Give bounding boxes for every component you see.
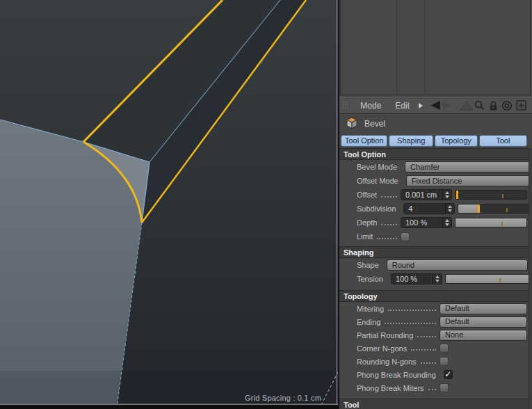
section-header-tool[interactable]: Tool xyxy=(339,399,532,409)
tension-field[interactable]: 100 % xyxy=(391,273,442,284)
mitering-dropdown[interactable]: Default xyxy=(440,303,527,314)
subdivision-slider[interactable] xyxy=(458,204,530,214)
offset-spinner[interactable] xyxy=(442,190,451,200)
depth-spinner[interactable] xyxy=(442,218,451,227)
tab-topology[interactable]: Topology xyxy=(435,135,478,147)
param-row-tension: Tension 100 % xyxy=(339,272,532,286)
attribute-content: Tool Option Bevel Mode Chamfer Offset Mo… xyxy=(339,148,532,409)
tab-tool[interactable]: Tool xyxy=(479,135,527,147)
bevel-mode-dropdown[interactable]: Chamfer xyxy=(405,161,531,173)
tension-spinner[interactable] xyxy=(433,274,442,284)
tab-tool-option[interactable]: Tool Option xyxy=(341,135,387,147)
param-row-phong-break-miters: Phong Break Miters xyxy=(339,381,532,394)
param-row-phong-break-rounding: Phong Break Rounding ✓ xyxy=(339,368,532,381)
search-icon[interactable] xyxy=(474,100,485,111)
group-topology: Mitering Default Ending Default Partial … xyxy=(339,302,532,394)
section-header-topology[interactable]: Topology xyxy=(339,290,532,302)
param-row-ending: Ending Default xyxy=(339,315,532,328)
partial-rounding-dropdown[interactable]: None xyxy=(440,330,527,341)
focus-target-icon[interactable] xyxy=(501,100,513,111)
cinema4d-window: Grid Spacing : 0.1 cm Mode Edit xyxy=(0,0,532,409)
history-forward-icon xyxy=(443,102,453,110)
offset-slider[interactable] xyxy=(455,190,527,200)
subdivision-field[interactable]: 4 xyxy=(403,203,455,214)
phong-break-rounding-checkbox[interactable]: ✓ xyxy=(444,370,453,379)
object-title-row: Bevel xyxy=(339,115,532,133)
group-tool-option: Bevel Mode Chamfer Offset Mode Fixed Dis… xyxy=(339,160,532,243)
offset-mode-dropdown[interactable]: Fixed Distance xyxy=(406,175,532,186)
param-row-partial-rounding: Partial Rounding None xyxy=(339,328,532,342)
attribute-manager-panel: Mode Edit xyxy=(339,0,532,409)
scrollbar-track[interactable] xyxy=(529,148,532,409)
param-row-rounding-ngons: Rounding N-gons xyxy=(339,355,532,368)
param-row-bevel-mode: Bevel Mode Chamfer xyxy=(339,160,532,174)
subdivision-spinner[interactable] xyxy=(445,204,454,214)
section-header-tool-option[interactable]: Tool Option xyxy=(339,148,532,160)
grid-spacing-label: Grid Spacing : 0.1 cm xyxy=(245,394,321,402)
expand-arrow-icon[interactable] xyxy=(418,102,424,109)
depth-field[interactable]: 100 % xyxy=(401,217,452,228)
group-shaping: Shape Round Tension 100 % xyxy=(339,258,532,286)
shape-dropdown[interactable]: Round xyxy=(387,259,528,271)
param-row-shape: Shape Round xyxy=(339,258,532,272)
viewport-canvas[interactable] xyxy=(0,0,338,409)
history-back-icon[interactable] xyxy=(430,100,455,111)
depth-slider[interactable] xyxy=(455,218,527,227)
corner-ngons-checkbox[interactable] xyxy=(440,344,449,353)
add-panel-icon[interactable] xyxy=(516,100,526,111)
limit-checkbox[interactable] xyxy=(401,232,410,241)
upper-empty-panel xyxy=(340,0,531,95)
param-row-offset: Offset 0.001 cm xyxy=(339,188,532,202)
param-row-limit: Limit xyxy=(339,230,532,243)
param-row-corner-ngons: Corner N-gons xyxy=(339,342,532,355)
phong-break-miters-checkbox[interactable] xyxy=(440,383,449,392)
column-divider xyxy=(396,0,397,95)
ending-dropdown[interactable]: Default xyxy=(440,316,527,328)
tension-slider[interactable] xyxy=(445,274,532,284)
section-header-shaping[interactable]: Shaping xyxy=(339,246,532,258)
mode-menu[interactable]: Mode xyxy=(360,101,381,111)
rounding-ngons-checkbox[interactable] xyxy=(440,357,449,366)
bevel-cube-icon xyxy=(345,116,359,131)
viewport-3d[interactable]: Grid Spacing : 0.1 cm xyxy=(0,0,338,409)
offset-field[interactable]: 0.001 cm xyxy=(401,189,452,200)
column-divider xyxy=(424,0,425,95)
navigate-up-icon[interactable] xyxy=(459,100,474,111)
param-row-depth: Depth 100 % xyxy=(339,216,532,230)
object-title: Bevel xyxy=(364,119,385,129)
viewport-frame-bottom xyxy=(0,404,338,406)
param-row-offset-mode: Offset Mode Fixed Distance xyxy=(339,174,532,188)
attribute-tabs: Tool Option Shaping Topology Tool xyxy=(339,133,527,148)
lock-icon[interactable] xyxy=(489,100,498,111)
param-row-mitering: Mitering Default xyxy=(339,302,532,315)
viewport-frame-right xyxy=(337,0,338,405)
attribute-manager-toolbar: Mode Edit xyxy=(339,97,532,114)
window-edge xyxy=(0,405,338,409)
panel-grip-icon[interactable] xyxy=(342,101,348,110)
edit-menu[interactable]: Edit xyxy=(395,101,410,111)
param-row-subdivision: Subdivision 4 xyxy=(339,202,532,216)
tab-shaping[interactable]: Shaping xyxy=(389,135,433,147)
